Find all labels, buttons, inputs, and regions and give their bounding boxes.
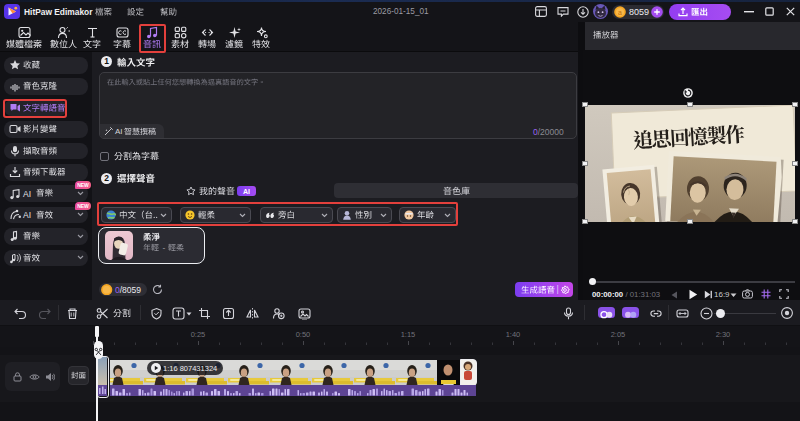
svg-text:2:30: 2:30 (716, 330, 731, 339)
svg-text:0:50: 0:50 (296, 330, 311, 339)
svg-text:0:25: 0:25 (191, 330, 206, 339)
svg-text:a: a (618, 9, 622, 16)
svg-text:1:15: 1:15 (401, 330, 416, 339)
svg-text:2:05: 2:05 (611, 330, 626, 339)
svg-text:1:40: 1:40 (506, 330, 521, 339)
